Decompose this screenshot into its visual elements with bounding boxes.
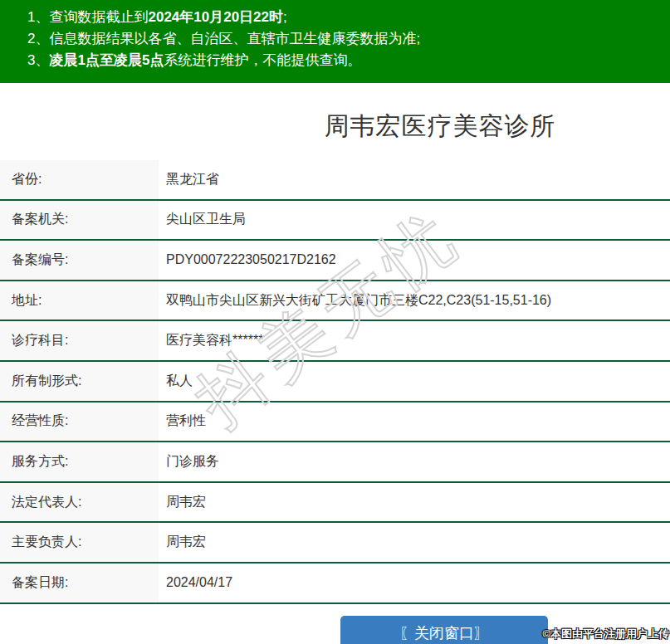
table-row: 地址: 双鸭山市尖山区新兴大街矿工大厦门市三楼C22,C23(51-15,51-… (0, 281, 670, 322)
table-row: 所有制形式: 私人 (0, 362, 670, 402)
row-label: 法定代表人: (0, 483, 159, 522)
table-row: 省份: 黑龙江省 (0, 160, 670, 201)
row-value: 门诊服务 (159, 442, 670, 481)
notice-item: 2、信息数据结果以各省、自治区、直辖市卫生健康委数据为准; (27, 28, 662, 50)
table-row: 备案日期: 2024/04/17 (0, 564, 670, 604)
row-value: PDY00072223050217D2162 (159, 241, 670, 280)
row-label: 备案日期: (0, 564, 159, 603)
row-label: 备案编号: (0, 241, 159, 280)
row-label: 备案机关: (0, 201, 159, 240)
notice-item-text: 信息数据结果以各省、自治区、直辖市卫生健康委数据为准; (49, 31, 420, 46)
notice-item-text: 查询数据截止到 (49, 9, 148, 25)
row-value: 营利性 (159, 402, 670, 442)
row-value: 2024/04/17 (159, 564, 670, 603)
table-row: 法定代表人: 周韦宏 (0, 483, 670, 524)
row-label: 经营性质: (0, 402, 159, 442)
row-value: 尖山区卫生局 (159, 201, 670, 240)
row-value: 私人 (159, 362, 670, 401)
upload-attribution-watermark: ©本图由平台注册用户上传 (542, 627, 669, 642)
notice-item-number: 2、 (27, 28, 49, 50)
row-label: 服务方式: (0, 442, 159, 481)
row-label: 主要负责人: (0, 523, 159, 562)
notice-item-text: ; (283, 9, 287, 25)
notice-item-bold-text: 凌晨1点至凌晨5点 (49, 52, 164, 68)
table-row: 主要负责人: 周韦宏 (0, 523, 670, 564)
row-value: 黑龙江省 (159, 160, 670, 199)
notice-item-number: 1、 (27, 7, 49, 28)
row-value: 双鸭山市尖山区新兴大街矿工大厦门市三楼C22,C23(51-15,51-16) (159, 281, 670, 320)
row-value: 周韦宏 (159, 523, 670, 562)
table-row: 备案编号: PDY00072223050217D2162 (0, 241, 670, 281)
row-label: 诊疗科目: (0, 321, 159, 360)
row-value: 医疗美容科****** (159, 321, 670, 360)
row-label: 省份: (0, 160, 159, 199)
row-label: 所有制形式: (0, 362, 159, 401)
page-title: 周韦宏医疗美容诊所 (210, 110, 670, 141)
row-value: 周韦宏 (159, 483, 670, 522)
table-row: 服务方式: 门诊服务 (0, 442, 670, 483)
notice-item-bold-text: 2024年10月20日22时 (148, 9, 283, 25)
notice-item-text: 系统进行维护，不能提供查询。 (164, 52, 361, 68)
table-row: 备案机关: 尖山区卫生局 (0, 201, 670, 242)
table-row: 诊疗科目: 医疗美容科****** (0, 321, 670, 362)
notice-item: 1、查询数据截止到2024年10月20日22时; (27, 7, 662, 28)
notice-banner: 1、查询数据截止到2024年10月20日22时; 2、信息数据结果以各省、自治区… (0, 0, 670, 83)
notice-item: 3、凌晨1点至凌晨5点系统进行维护，不能提供查询。 (27, 50, 662, 71)
clinic-info-table: 省份: 黑龙江省 备案机关: 尖山区卫生局 备案编号: PDY000722230… (0, 160, 670, 604)
close-window-button[interactable]: 〖关闭窗口〗 (340, 616, 548, 644)
row-label: 地址: (0, 281, 159, 320)
table-row: 经营性质: 营利性 (0, 402, 670, 443)
notice-item-number: 3、 (27, 50, 49, 71)
